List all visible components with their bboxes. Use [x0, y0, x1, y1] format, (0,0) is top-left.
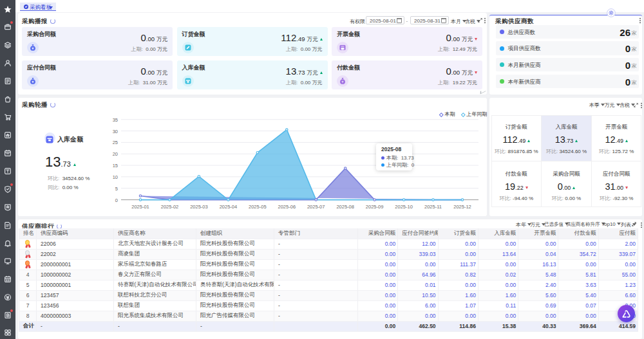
svg-text:35: 35	[113, 117, 118, 123]
svg-text:2025-11: 2025-11	[424, 204, 442, 210]
svg-text:2025-10: 2025-10	[395, 204, 413, 210]
svg-text:2025-01: 2025-01	[131, 204, 149, 210]
svg-text:25: 25	[113, 140, 118, 145]
svg-text:2025-08: 2025-08	[336, 204, 354, 210]
svg-text:2025-09: 2025-09	[366, 204, 384, 210]
svg-text:5: 5	[115, 186, 118, 192]
svg-text:2025-03: 2025-03	[190, 204, 208, 210]
svg-text:2025-12: 2025-12	[453, 204, 471, 210]
svg-text:2025-06: 2025-06	[278, 204, 296, 210]
svg-text:0: 0	[115, 197, 118, 203]
svg-text:2025-05: 2025-05	[249, 204, 267, 210]
svg-text:2025-02: 2025-02	[161, 204, 179, 210]
svg-text:10: 10	[113, 174, 118, 180]
svg-text:15: 15	[113, 163, 118, 169]
svg-text:2025-04: 2025-04	[220, 204, 238, 210]
svg-text:2025-07: 2025-07	[307, 204, 325, 210]
svg-text:30: 30	[113, 129, 118, 134]
svg-text:20: 20	[113, 151, 118, 157]
